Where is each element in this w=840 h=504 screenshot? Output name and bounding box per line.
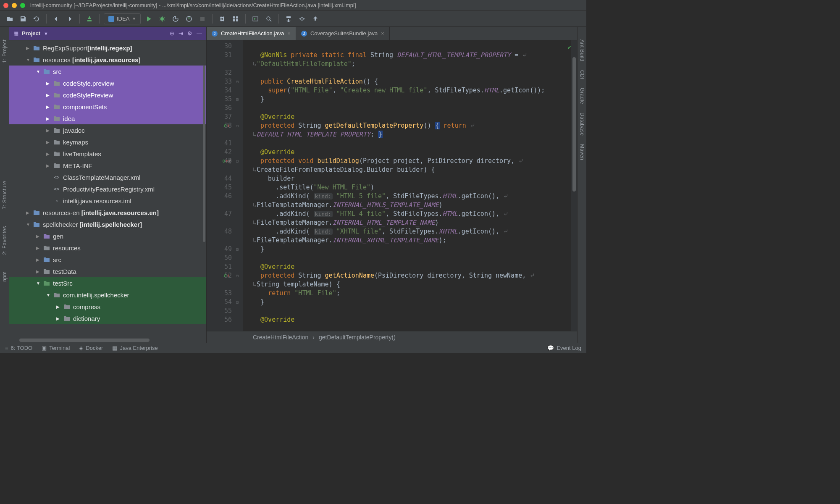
tree-chevron-icon[interactable]: ▼ — [46, 293, 52, 297]
tree-chevron-icon[interactable]: ▶ — [46, 140, 52, 144]
tree-chevron-icon[interactable]: ▶ — [46, 128, 52, 133]
tree-node[interactable]: ▶ componentSets — [9, 101, 206, 113]
code-area[interactable]: o↑o↑ @o↑ ⊟⊟⊟⊟⊟⊟⊟ 30313233343536373841424… — [207, 40, 577, 331]
tree-node[interactable]: ▶ resources — [9, 242, 206, 254]
run-anything-icon[interactable] — [250, 13, 261, 24]
tool-gradle[interactable]: Gradle — [579, 88, 585, 104]
code-line[interactable]: public CreateHtmlFileAction() { — [253, 77, 577, 86]
tree-chevron-icon[interactable]: ▶ — [56, 304, 62, 309]
editor-tab[interactable]: J CreateHtmlFileAction.java × — [207, 27, 296, 40]
code-line[interactable]: ↳CreateFileFromTemplateDialog.Builder bu… — [253, 165, 577, 174]
code-line[interactable]: builder — [253, 174, 577, 183]
refresh-icon[interactable] — [31, 13, 42, 24]
code-line[interactable]: .setTitle("New HTML File") — [253, 183, 577, 192]
code-line[interactable]: ↳DEFAULT_HTML_TEMPLATE_PROPERTY; } — [253, 130, 577, 139]
code-line[interactable]: protected void buildDialog(Project proje… — [253, 157, 577, 165]
tree-node[interactable]: ▶ idea — [9, 113, 206, 124]
tree-node[interactable]: ▶ codeStyle.preview — [9, 77, 206, 89]
tree-node[interactable]: ▼ spellchecker [intellij.spellchecker] — [9, 218, 206, 230]
inspection-strip[interactable]: ✔ — [567, 40, 571, 331]
tree-node[interactable]: ▶ META-INF — [9, 160, 206, 171]
override-gutter-icon[interactable]: o↑ @ — [222, 157, 232, 165]
editor-gutter[interactable]: o↑o↑ @o↑ ⊟⊟⊟⊟⊟⊟⊟ 30313233343536373841424… — [207, 40, 243, 331]
code-line[interactable] — [253, 42, 577, 51]
code-line[interactable]: ↳FileTemplateManager.INTERNAL_HTML_TEMPL… — [253, 218, 577, 227]
tree-node[interactable]: ▶ resources-en [intellij.java.resources.… — [9, 207, 206, 218]
code-line[interactable]: } — [253, 298, 577, 307]
fold-icon[interactable]: ⊟ — [234, 95, 240, 104]
tool-maven[interactable]: Maven — [579, 144, 585, 160]
project-header[interactable]: ▦ Project ▼ ⊕ ⇥ ⚙ — — [9, 27, 206, 40]
tree-chevron-icon[interactable]: ▼ — [26, 222, 32, 227]
tree-node[interactable]: <> ProductivityFeaturesRegistry.xml — [9, 183, 206, 195]
forward-icon[interactable] — [64, 13, 75, 24]
code-line[interactable] — [253, 68, 577, 77]
tree-chevron-icon[interactable]: ▶ — [46, 93, 52, 97]
code-line[interactable]: ↳FileTemplateManager.INTERNAL_HTML5_TEMP… — [253, 201, 577, 210]
code-line[interactable]: ↳"DefaultHtmlFileTemplate"; — [253, 60, 577, 68]
code-line[interactable]: ↳String templateName) { — [253, 280, 577, 289]
tree-vertical-scrollbar[interactable] — [202, 40, 206, 343]
code-line[interactable]: @Override — [253, 315, 577, 324]
tree-chevron-icon[interactable]: ▼ — [26, 58, 32, 62]
code-line[interactable] — [253, 307, 577, 315]
fold-icon[interactable]: ⊟ — [234, 157, 240, 165]
tree-node[interactable]: ▼ com.intellij.spellchecker — [9, 289, 206, 301]
code-line[interactable]: @Override — [253, 262, 577, 271]
profile-icon[interactable] — [184, 13, 194, 24]
open-icon[interactable] — [4, 13, 15, 24]
fold-icon[interactable]: ⊟ — [234, 245, 240, 254]
tool-database[interactable]: Database — [579, 113, 585, 136]
vcs-commit-icon[interactable] — [297, 13, 307, 24]
tree-node[interactable]: ▶ liveTemplates — [9, 148, 206, 160]
locate-icon[interactable]: ⊕ — [170, 30, 174, 37]
hide-icon[interactable]: — — [197, 30, 202, 37]
code-line[interactable]: .addKind( kind: "HTML 4 file", StdFileTy… — [253, 210, 577, 218]
tree-node[interactable]: ▼ testSrc — [9, 277, 206, 289]
settings-icon[interactable] — [217, 13, 228, 24]
maximize-window-icon[interactable] — [20, 3, 25, 8]
code-line[interactable]: return "HTML File"; — [253, 289, 577, 298]
save-icon[interactable] — [18, 13, 29, 24]
code-line[interactable]: protected String getDefaultTemplatePrope… — [253, 121, 577, 130]
tree-node[interactable]: ▼ resources [intellij.java.resources] — [9, 54, 206, 66]
code-line[interactable] — [253, 104, 577, 113]
coverage-icon[interactable] — [170, 13, 181, 24]
tree-chevron-icon[interactable]: ▶ — [36, 269, 42, 274]
tree-chevron-icon[interactable]: ▶ — [46, 116, 52, 121]
tool-favorites[interactable]: 2: Favorites — [2, 226, 8, 255]
minimize-window-icon[interactable] — [12, 3, 17, 8]
tree-chevron-icon[interactable]: ▶ — [46, 81, 52, 86]
tool-npm[interactable]: npm — [2, 271, 8, 282]
close-window-icon[interactable] — [3, 3, 8, 8]
tree-node[interactable]: ▫ intellij.java.resources.iml — [9, 195, 206, 207]
code-line[interactable]: protected String getActionName(PsiDirect… — [253, 271, 577, 280]
javaee-tool[interactable]: ▦Java Enterprise — [112, 345, 158, 351]
tree-node[interactable]: ▶ RegExpSupport[intellij.regexp] — [9, 42, 206, 54]
vcs-push-icon[interactable] — [310, 13, 321, 24]
tree-chevron-icon[interactable]: ▶ — [56, 316, 62, 321]
run-config-selector[interactable]: IDEA ▼ — [104, 13, 141, 24]
override-gutter-icon[interactable]: o↑ — [222, 121, 232, 130]
todo-tool[interactable]: ≡6: TODO — [5, 345, 32, 351]
close-tab-icon[interactable]: × — [287, 30, 291, 37]
code-line[interactable]: @NonNls private static final String DEFA… — [253, 51, 577, 60]
project-structure-icon[interactable] — [230, 13, 241, 24]
tree-node[interactable]: ▶ dictionary — [9, 312, 206, 324]
tree-node[interactable]: ▶ testData — [9, 265, 206, 277]
tree-node[interactable]: ▶ compress — [9, 301, 206, 312]
tool-cdi[interactable]: CDI — [579, 70, 585, 79]
breadcrumb-class[interactable]: CreateHtmlFileAction — [253, 334, 308, 341]
tree-node[interactable]: ▶ javadoc — [9, 124, 206, 136]
breadcrumb-method[interactable]: getDefaultTemplateProperty() — [319, 334, 396, 341]
code-line[interactable]: } — [253, 245, 577, 254]
tree-chevron-icon[interactable]: ▶ — [46, 152, 52, 156]
run-icon[interactable] — [143, 13, 154, 24]
tree-chevron-icon[interactable]: ▶ — [26, 210, 32, 215]
code-text[interactable]: @NonNls private static final String DEFA… — [243, 40, 577, 331]
debug-icon[interactable] — [157, 13, 168, 24]
search-icon[interactable] — [263, 13, 274, 24]
code-line[interactable]: .addKind( kind: "XHTML file", StdFileTyp… — [253, 227, 577, 236]
tree-chevron-icon[interactable]: ▶ — [46, 105, 52, 109]
back-icon[interactable] — [51, 13, 62, 24]
